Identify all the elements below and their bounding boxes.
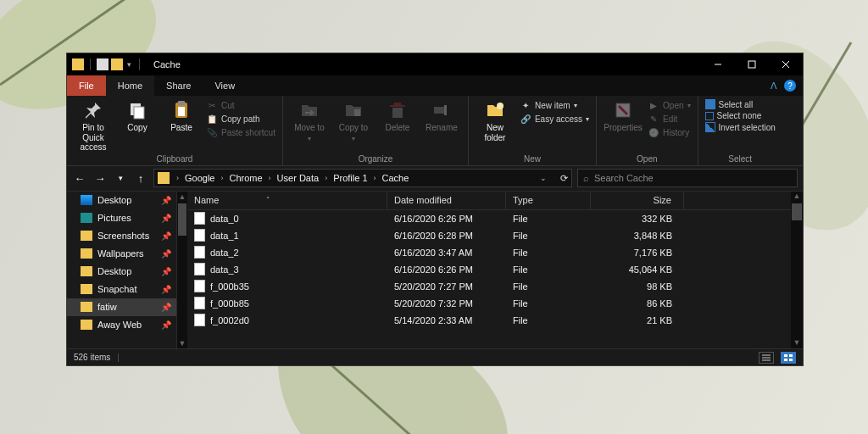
sidebar-item[interactable]: Screenshots📌 <box>67 227 176 245</box>
svg-rect-24 <box>789 354 793 357</box>
move-to-button[interactable]: Move to <box>290 99 329 142</box>
search-input[interactable]: ⌕ Search Cache <box>577 169 798 187</box>
file-size: 7,176 KB <box>591 248 684 258</box>
sidebar-item[interactable]: Desktop📌 <box>67 263 176 281</box>
sidebar-item-label: Snapchat <box>97 284 136 294</box>
new-item-icon: ✦ <box>520 99 531 111</box>
invert-selection-button[interactable]: Invert selection <box>705 122 776 132</box>
paste-shortcut-icon: 📎 <box>206 126 218 138</box>
up-button[interactable]: ↑ <box>133 172 148 185</box>
details-view-button[interactable] <box>759 352 774 364</box>
column-date[interactable]: Date modified <box>387 192 506 209</box>
qat-icon[interactable] <box>97 58 108 70</box>
breadcrumb-segment[interactable]: Cache <box>380 173 412 183</box>
qat-dropdown-icon[interactable]: ▾ <box>125 60 133 69</box>
tab-home[interactable]: Home <box>106 75 154 96</box>
select-none-button[interactable]: Select none <box>705 111 776 120</box>
tab-share[interactable]: Share <box>154 75 203 96</box>
scroll-thumb[interactable] <box>792 203 802 220</box>
rename-button[interactable]: Rename <box>422 99 461 133</box>
breadcrumb-segment[interactable]: Google <box>182 173 217 183</box>
column-size[interactable]: Size <box>591 192 684 209</box>
table-row[interactable]: f_000b855/20/2020 7:32 PMFile86 KB <box>187 295 791 312</box>
sidebar-item[interactable]: fatiw📌 <box>67 298 176 316</box>
back-button[interactable]: ← <box>72 172 87 185</box>
help-icon[interactable]: ? <box>784 80 796 92</box>
copy-to-button[interactable]: Copy to <box>334 99 373 142</box>
maximize-button[interactable] <box>735 53 769 75</box>
forward-button[interactable]: → <box>92 172 108 185</box>
table-row[interactable]: data_06/16/2020 6:26 PMFile332 KB <box>187 210 791 227</box>
open-button[interactable]: ▶Open <box>648 99 690 111</box>
properties-button[interactable]: Properties <box>604 99 643 133</box>
copy-path-button[interactable]: 📋Copy path <box>206 113 275 125</box>
sidebar-item[interactable]: Wallpapers📌 <box>67 245 176 263</box>
address-dropdown[interactable]: ⌄ <box>538 174 548 182</box>
breadcrumb-segment[interactable]: Profile 1 <box>331 173 370 183</box>
scroll-up-icon[interactable]: ▲ <box>793 192 801 202</box>
table-row[interactable]: data_26/16/2020 3:47 AMFile7,176 KB <box>187 244 791 261</box>
pin-to-quick-access-button[interactable]: Pin to Quick access <box>74 99 113 153</box>
breadcrumb-segment[interactable]: User Data <box>275 173 322 183</box>
folder-icon <box>72 58 84 70</box>
svg-rect-26 <box>789 359 793 361</box>
table-row[interactable]: f_000b355/20/2020 7:27 PMFile98 KB <box>187 278 791 295</box>
file-name: f_000b35 <box>210 281 249 292</box>
history-icon: 🕘 <box>648 126 659 138</box>
collapse-ribbon-icon[interactable]: ᐱ <box>771 81 777 92</box>
folder-icon <box>81 320 92 330</box>
scroll-up-icon[interactable]: ▲ <box>179 192 186 202</box>
edit-button[interactable]: ✎Edit <box>648 113 690 125</box>
copy-button[interactable]: Copy <box>118 99 157 133</box>
refresh-button[interactable]: ⟳ <box>560 173 568 184</box>
easy-access-button[interactable]: 🔗Easy access <box>520 113 589 125</box>
scroll-down-icon[interactable]: ▼ <box>793 338 801 348</box>
file-type: File <box>506 298 591 309</box>
address-bar[interactable]: › Google› Chrome› User Data› Profile 1› … <box>153 169 572 187</box>
svg-rect-10 <box>134 107 144 119</box>
scroll-thumb[interactable] <box>178 203 186 236</box>
tab-file[interactable]: File <box>67 75 106 96</box>
new-item-button[interactable]: ✦New item <box>520 99 589 111</box>
sidebar-item-label: Desktop <box>97 266 131 276</box>
copy-to-icon <box>342 99 364 121</box>
file-name: data_2 <box>210 248 239 258</box>
table-row[interactable]: f_0002d05/14/2020 2:33 AMFile21 KB <box>187 312 791 329</box>
minimize-button[interactable] <box>701 53 735 75</box>
folder-icon <box>81 231 92 241</box>
sidebar-item[interactable]: Pictures📌 <box>67 209 176 227</box>
sidebar-scrollbar[interactable]: ▲ ▼ <box>177 192 187 349</box>
pin-icon: 📌 <box>161 285 171 294</box>
file-date: 5/20/2020 7:32 PM <box>387 298 506 309</box>
invert-selection-icon <box>705 122 715 132</box>
scroll-down-icon[interactable]: ▼ <box>179 338 186 348</box>
svg-rect-16 <box>434 107 446 114</box>
title-bar: ▾ Cache <box>67 53 803 75</box>
file-date: 5/20/2020 7:27 PM <box>387 281 506 292</box>
paste-button[interactable]: Paste <box>162 99 201 133</box>
close-button[interactable] <box>769 53 803 75</box>
ribbon-group-open: Properties ▶Open ✎Edit 🕘History Open <box>597 96 698 165</box>
table-row[interactable]: data_16/16/2020 6:28 PMFile3,848 KB <box>187 227 791 244</box>
delete-button[interactable]: Delete <box>378 99 417 133</box>
column-name[interactable]: Name˄ <box>187 192 387 209</box>
sidebar-item-label: Desktop <box>97 195 131 205</box>
cut-button[interactable]: ✂Cut <box>206 99 275 111</box>
tab-view[interactable]: View <box>203 75 247 96</box>
sidebar-item[interactable]: Away Web📌 <box>67 316 176 334</box>
recent-dropdown[interactable]: ▾ <box>113 174 128 182</box>
sidebar-item[interactable]: Desktop📌 <box>67 192 176 209</box>
table-row[interactable]: data_36/16/2020 6:26 PMFile45,064 KB <box>187 261 791 278</box>
sidebar-item[interactable]: Snapchat📌 <box>67 281 176 298</box>
select-all-button[interactable]: Select all <box>705 99 776 109</box>
file-date: 6/16/2020 6:26 PM <box>387 214 506 224</box>
paste-shortcut-button[interactable]: 📎Paste shortcut <box>206 126 275 138</box>
new-folder-button[interactable]: New folder <box>476 99 515 142</box>
main-scrollbar[interactable]: ▲ ▼ <box>791 192 803 349</box>
qat-icon[interactable] <box>111 58 123 70</box>
file-date: 6/16/2020 6:28 PM <box>387 231 506 241</box>
history-button[interactable]: 🕘History <box>648 126 690 138</box>
column-type[interactable]: Type <box>506 192 591 209</box>
breadcrumb-segment[interactable]: Chrome <box>226 173 264 183</box>
icons-view-button[interactable] <box>781 352 796 364</box>
